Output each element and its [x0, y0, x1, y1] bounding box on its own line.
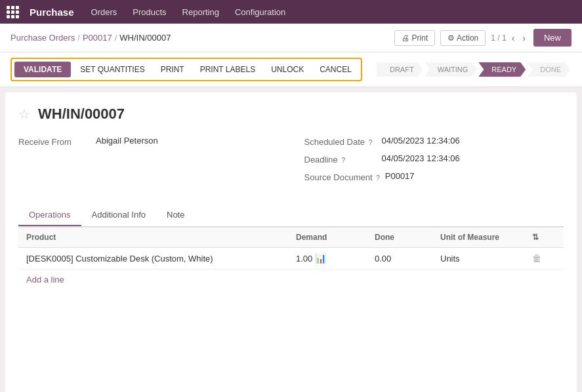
- pager-next-arrow[interactable]: ›: [520, 31, 528, 45]
- breadcrumb-sep-1: /: [77, 33, 80, 43]
- status-waiting[interactable]: WAITING: [425, 62, 478, 77]
- action-bar: VALIDATE SET QUANTITIES PRINT PRINT LABE…: [0, 52, 582, 87]
- nav-configuration[interactable]: Configuration: [228, 5, 292, 20]
- cancel-button[interactable]: CANCEL: [313, 62, 358, 77]
- action-buttons-group: VALIDATE SET QUANTITIES PRINT PRINT LABE…: [10, 58, 362, 81]
- forecast-chart-icon[interactable]: 📊: [315, 253, 326, 264]
- scheduled-date-hint[interactable]: ?: [369, 139, 373, 146]
- source-document-value[interactable]: P00017: [385, 171, 415, 181]
- done-value[interactable]: 0.00: [375, 254, 440, 264]
- column-settings-icon[interactable]: ⇅: [532, 233, 539, 242]
- scheduled-date-value[interactable]: 04/05/2023 12:34:06: [382, 136, 460, 146]
- app-name[interactable]: Purchase: [30, 7, 74, 18]
- deadline-row: Deadline ? 04/05/2023 12:34:06: [304, 153, 564, 165]
- product-name[interactable]: [DESK0005] Customizable Desk (Custom, Wh…: [26, 254, 296, 264]
- source-document-label: Source Document ?: [304, 171, 380, 182]
- receive-from-row: Receive From Abigail Peterson: [18, 136, 278, 147]
- print-action-button[interactable]: PRINT: [154, 62, 191, 77]
- col-actions-header: ⇅: [532, 233, 556, 242]
- breadcrumb-bar: Purchase Orders / P00017 / WH/IN/00007 🖨…: [0, 24, 582, 52]
- form-right: Scheduled Date ? 04/05/2023 12:34:06 Dea…: [304, 136, 564, 189]
- breadcrumb-purchase-orders[interactable]: Purchase Orders: [10, 33, 75, 43]
- status-done[interactable]: DONE: [527, 62, 570, 77]
- deadline-value[interactable]: 04/05/2023 12:34:06: [382, 153, 460, 163]
- breadcrumb: Purchase Orders / P00017 / WH/IN/00007: [10, 33, 171, 43]
- status-ready[interactable]: READY: [478, 62, 526, 77]
- print-labels-button[interactable]: PRINT LABELS: [194, 62, 262, 77]
- source-document-hint[interactable]: ?: [376, 174, 380, 182]
- col-done-header: Done: [375, 233, 440, 242]
- set-quantities-button[interactable]: SET QUANTITIES: [73, 62, 151, 77]
- col-unit-header: Unit of Measure: [440, 233, 532, 242]
- table-row: [DESK0005] Customizable Desk (Custom, Wh…: [18, 248, 564, 269]
- unit-value[interactable]: Units: [440, 254, 532, 264]
- add-line-button[interactable]: Add a line: [18, 269, 72, 290]
- record-header: ☆ WH/IN/00007: [18, 106, 564, 123]
- status-pipeline: DRAFT WAITING READY DONE: [377, 62, 572, 77]
- unlock-button[interactable]: UNLOCK: [264, 62, 310, 77]
- print-button[interactable]: 🖨 Print: [394, 30, 436, 46]
- tabs: Operations Additional Info Note: [18, 205, 564, 227]
- col-product-header: Product: [26, 233, 296, 242]
- nav-links: Orders Products Reporting Configuration: [85, 5, 575, 20]
- favorite-star-icon[interactable]: ☆: [18, 106, 30, 122]
- top-navigation: Purchase Orders Products Reporting Confi…: [0, 0, 582, 24]
- table-header: Product Demand Done Unit of Measure ⇅: [18, 227, 564, 248]
- breadcrumb-actions: 🖨 Print ⚙ Action 1 / 1 ‹ › New: [394, 29, 572, 47]
- add-line-row: Add a line: [18, 269, 564, 290]
- pager: 1 / 1 ‹ ›: [491, 31, 528, 45]
- demand-cell: 1.00 📊: [296, 253, 375, 264]
- breadcrumb-p00017[interactable]: P00017: [83, 33, 112, 43]
- operations-table: Product Demand Done Unit of Measure ⇅ [D…: [18, 227, 564, 290]
- breadcrumb-sep-2: /: [115, 33, 117, 43]
- nav-reporting[interactable]: Reporting: [176, 5, 226, 20]
- gear-icon: ⚙: [447, 33, 455, 43]
- scheduled-date-row: Scheduled Date ? 04/05/2023 12:34:06: [304, 136, 564, 147]
- col-demand-header: Demand: [296, 233, 375, 242]
- breadcrumb-current: WH/IN/00007: [119, 33, 171, 43]
- scheduled-date-label: Scheduled Date ?: [304, 136, 377, 147]
- nav-orders[interactable]: Orders: [85, 5, 124, 20]
- form-section: Receive From Abigail Peterson Scheduled …: [18, 136, 564, 189]
- deadline-hint[interactable]: ?: [341, 157, 345, 164]
- tab-note[interactable]: Note: [156, 205, 195, 226]
- receive-from-value[interactable]: Abigail Peterson: [96, 136, 158, 146]
- source-document-row: Source Document ? P00017: [304, 171, 564, 182]
- new-button[interactable]: New: [533, 29, 572, 47]
- apps-grid-icon[interactable]: [7, 6, 19, 18]
- nav-products[interactable]: Products: [126, 5, 173, 20]
- deadline-label: Deadline ?: [304, 153, 377, 165]
- record-title: WH/IN/00007: [38, 106, 125, 123]
- receive-from-label: Receive From: [18, 136, 91, 147]
- pager-prev-arrow[interactable]: ‹: [509, 31, 518, 45]
- delete-row-icon[interactable]: 🗑: [532, 253, 556, 264]
- tab-operations[interactable]: Operations: [18, 205, 81, 226]
- action-button[interactable]: ⚙ Action: [440, 30, 486, 46]
- printer-icon: 🖨: [402, 33, 409, 43]
- form-left: Receive From Abigail Peterson: [18, 136, 278, 189]
- demand-value[interactable]: 1.00: [296, 254, 312, 264]
- status-draft[interactable]: DRAFT: [377, 62, 423, 77]
- main-content: ☆ WH/IN/00007 Receive From Abigail Peter…: [5, 92, 577, 392]
- tab-additional-info[interactable]: Additional Info: [81, 205, 156, 226]
- validate-button[interactable]: VALIDATE: [14, 62, 71, 77]
